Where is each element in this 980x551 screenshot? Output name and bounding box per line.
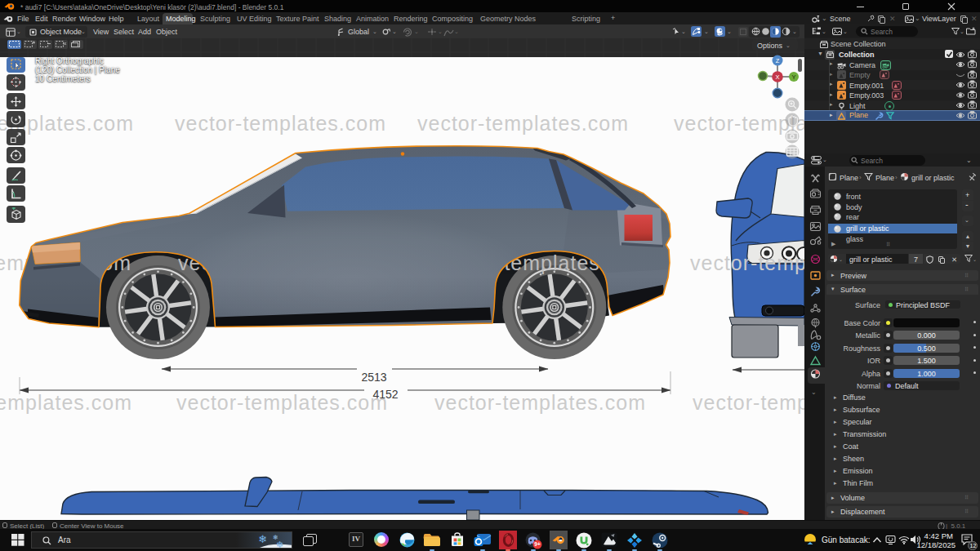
svg-text:Z: Z (776, 57, 780, 64)
svg-text:2513: 2513 (361, 371, 386, 384)
svg-text:Y: Y (791, 73, 795, 81)
svg-text:X: X (775, 73, 779, 81)
svg-text:❄: ❄ (276, 540, 283, 549)
svg-text:vector-templates.com: vector-templates.com (417, 112, 629, 135)
svg-text:vector-templates.com: vector-templates.com (0, 391, 132, 414)
svg-text:vector-templates.com: vector-templates.com (690, 251, 804, 274)
svg-text:9+: 9+ (534, 541, 541, 547)
svg-text:vector-templates.com: vector-templates.com (693, 391, 804, 414)
svg-text:vector-templates.com: vector-templates.com (176, 391, 388, 414)
svg-text:vector-templates.com: vector-templates.com (175, 112, 386, 135)
svg-text:❄: ❄ (258, 533, 267, 545)
svg-text:vector-templates.com: vector-templates.com (434, 391, 646, 414)
